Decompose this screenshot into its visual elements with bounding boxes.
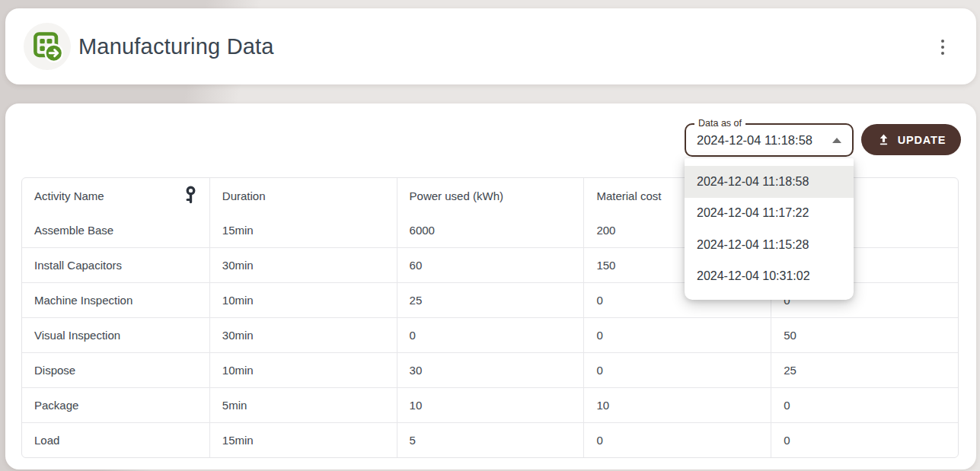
menu-option[interactable]: 2024-12-04 11:18:58 — [685, 166, 854, 198]
table-cell-activity-name: Package — [22, 388, 209, 422]
table-cell-duration: 15min — [209, 213, 397, 247]
table-row: Visual Inspection 30min 0 0 50 — [22, 317, 958, 352]
table-cell-duration: 30min — [209, 248, 397, 282]
update-button-label: UPDATE — [898, 134, 946, 146]
primary-key-icon — [184, 186, 197, 205]
table-cell-power-used: 10 — [397, 388, 584, 422]
table-cell-extra: 0 — [771, 388, 958, 422]
table-cell-activity-name: Load — [22, 423, 209, 457]
table-cell-duration: 5min — [209, 388, 397, 422]
table-cell-extra: 50 — [771, 318, 958, 352]
menu-option[interactable]: 2024-12-04 11:17:22 — [685, 198, 854, 230]
update-button[interactable]: UPDATE — [861, 124, 961, 155]
table-cell-material-cost: 0 — [583, 318, 771, 352]
menu-option[interactable]: 2024-12-04 11:15:28 — [685, 229, 854, 261]
table-cell-power-used: 5 — [397, 423, 584, 457]
table-cell-power-used: 25 — [397, 283, 584, 317]
column-header-duration: Duration — [209, 178, 397, 213]
kebab-menu-icon[interactable] — [929, 31, 956, 63]
table-cell-activity-name: Install Capacitors — [22, 248, 209, 282]
table-cell-duration: 15min — [209, 423, 397, 457]
table-cell-activity-name: Machine Inspection — [22, 283, 209, 317]
table-cell-power-used: 6000 — [397, 213, 584, 247]
table-cell-power-used: 0 — [397, 318, 584, 352]
factory-data-export-icon — [30, 30, 64, 63]
column-header-activity-name: Activity Name — [22, 178, 209, 213]
table-row: Dispose 10min 30 0 25 — [22, 352, 958, 387]
content-card: Data as of 2024-12-04 11:18:58 UPDATE Ac… — [5, 103, 976, 469]
chevron-up-icon — [832, 138, 841, 143]
page-title: Manufacturing Data — [78, 8, 274, 84]
table-cell-extra: 0 — [771, 423, 958, 457]
header-card: Manufacturing Data — [5, 8, 976, 84]
table-cell-power-used: 60 — [397, 248, 584, 282]
table-cell-material-cost: 10 — [583, 388, 771, 422]
table-cell-duration: 10min — [209, 283, 397, 317]
data-as-of-value: 2024-12-04 11:18:58 — [697, 133, 812, 148]
table-row: Package 5min 10 10 0 — [22, 387, 958, 422]
table-cell-extra: 25 — [771, 353, 958, 387]
table-cell-activity-name: Dispose — [22, 353, 209, 387]
table-cell-duration: 30min — [209, 318, 397, 352]
table-cell-duration: 10min — [209, 353, 397, 387]
app-icon-plate — [24, 23, 71, 70]
data-as-of-select[interactable]: Data as of 2024-12-04 11:18:58 — [685, 123, 854, 157]
data-as-of-dropdown-menu: 2024-12-04 11:18:58 2024-12-04 11:17:22 … — [685, 158, 854, 300]
upload-icon — [876, 132, 891, 147]
table-cell-material-cost: 0 — [583, 353, 771, 387]
table-cell-activity-name: Visual Inspection — [22, 318, 209, 352]
table-row: Load 15min 5 0 0 — [22, 422, 958, 457]
data-as-of-label: Data as of — [694, 118, 745, 129]
table-cell-material-cost: 0 — [583, 423, 771, 457]
menu-option[interactable]: 2024-12-04 10:31:02 — [685, 261, 854, 293]
column-header-power-used: Power used (kWh) — [397, 178, 584, 213]
table-cell-activity-name: Assemble Base — [22, 213, 209, 247]
table-cell-power-used: 30 — [397, 353, 584, 387]
